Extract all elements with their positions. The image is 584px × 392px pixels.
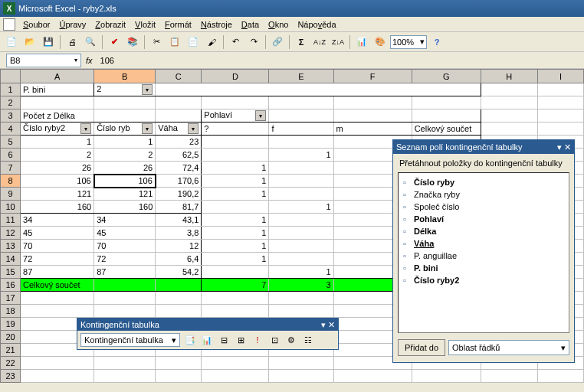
menu-okno[interactable]: Okno (264, 18, 293, 31)
print-icon[interactable]: 🖨 (64, 34, 80, 51)
col-G[interactable]: G (412, 70, 481, 83)
help-icon[interactable]: ? (428, 34, 445, 51)
field-list-title: Seznam polí kontingenční tabulky (396, 142, 523, 152)
drawing-icon[interactable]: 🎨 (372, 34, 389, 51)
menu-nastroje[interactable]: Nástroje (196, 18, 237, 31)
close-icon[interactable]: ✕ (328, 320, 335, 329)
undo-icon[interactable]: ↶ (227, 34, 244, 51)
cell-B8[interactable]: 106 (94, 175, 156, 188)
row-4[interactable]: 4 (1, 122, 21, 136)
field-item[interactable]: Délka (402, 225, 566, 237)
row-2[interactable]: 2 (1, 96, 21, 109)
filter-dropdown-icon[interactable]: ▾ (80, 123, 91, 134)
formula-value[interactable]: 106 (97, 56, 117, 65)
copy-icon[interactable]: 📋 (166, 34, 183, 51)
paste-icon[interactable]: 📄 (185, 34, 202, 51)
toolbar: 📄 📂 💾 🖨 🔍 ✔ 📚 ✂ 📋 📄 🖌 ↶ ↷ 🔗 Σ A↓Z Z↓A 📊 … (0, 32, 584, 52)
pivot-field-list[interactable]: Seznam polí kontingenční tabulky▾ ✕ Přet… (392, 139, 575, 363)
col-I[interactable]: I (537, 70, 583, 83)
filter-dropdown-icon[interactable]: ▾ (142, 84, 153, 95)
cell-D3[interactable]: Pohlaví▾ (202, 109, 269, 122)
title-bar: X Microsoft Excel - ryby2.xls (0, 0, 584, 17)
menu-bar: Soubor Úpravy Zobrazit Vložit Formát Nás… (0, 17, 584, 32)
redo-icon[interactable]: ↷ (245, 34, 262, 51)
chart-wizard-icon[interactable]: 📊 (200, 333, 214, 347)
show-detail-icon[interactable]: ⊞ (234, 333, 248, 347)
new-icon[interactable]: 📄 (3, 34, 20, 51)
field-item[interactable]: Pohlaví (402, 213, 566, 225)
menu-upravy[interactable]: Úpravy (54, 18, 90, 31)
format-painter-icon[interactable]: 🖌 (203, 34, 220, 51)
pivot-toolbar-title: Kontingenční tabulka (80, 320, 159, 329)
add-to-button[interactable]: Přidat do (398, 339, 445, 356)
research-icon[interactable]: 📚 (124, 34, 141, 51)
show-field-list-icon[interactable]: ☷ (301, 333, 315, 347)
link-icon[interactable]: 🔗 (269, 34, 286, 51)
field-list-instructions: Přetáhnout položky do kontingenční tabul… (393, 154, 574, 172)
field-item[interactable]: Společ číslo (402, 201, 566, 213)
col-C[interactable]: C (156, 70, 202, 83)
col-D[interactable]: D (202, 70, 269, 83)
col-A[interactable]: A (21, 70, 94, 83)
col-F[interactable]: F (333, 70, 412, 83)
field-item[interactable]: P. bini (402, 262, 566, 274)
filter-dropdown-icon[interactable]: ▾ (142, 123, 153, 134)
field-items: Číslo ryby Značka ryby Společ číslo Pohl… (398, 172, 569, 333)
refresh-icon[interactable]: ! (251, 333, 264, 347)
field-item[interactable]: Váha (402, 237, 566, 250)
menu-vlozit[interactable]: Vložit (130, 18, 160, 31)
filter-dropdown-icon[interactable]: ▾ (255, 110, 266, 121)
app-title: Microsoft Excel - ryby2.xls (18, 4, 116, 13)
select-all[interactable] (1, 70, 21, 83)
menu-napoveda[interactable]: Nápověda (293, 18, 340, 31)
sort-desc-icon[interactable]: Z↓A (330, 34, 346, 51)
fx-icon[interactable]: fx (86, 56, 93, 65)
cell-A1[interactable]: P. bini (21, 83, 94, 96)
menu-format[interactable]: Formát (160, 18, 196, 31)
field-item[interactable]: Značka ryby (402, 188, 566, 201)
col-B[interactable]: B (94, 70, 156, 83)
formula-bar: B8▾ fx 106 (0, 52, 584, 69)
menu-zobrazit[interactable]: Zobrazit (90, 18, 130, 31)
cell-B1[interactable]: 2▾ (94, 83, 156, 96)
hide-detail-icon[interactable]: ⊟ (217, 333, 231, 347)
cut-icon[interactable]: ✂ (148, 34, 165, 51)
menu-data[interactable]: Data (237, 18, 264, 31)
col-E[interactable]: E (269, 70, 333, 83)
zoom-combo[interactable]: 100%▾ (390, 35, 427, 49)
close-icon[interactable]: ▾ ✕ (557, 142, 571, 152)
pivot-menu-combo[interactable]: Kontingenční tabulka▾ (80, 333, 180, 347)
field-settings-icon[interactable]: ⚙ (284, 333, 298, 347)
row-1[interactable]: 1 (1, 83, 21, 96)
name-box[interactable]: B8▾ (6, 54, 81, 67)
preview-icon[interactable]: 🔍 (82, 34, 99, 51)
spell-icon[interactable]: ✔ (106, 34, 123, 51)
include-hidden-icon[interactable]: ⊡ (267, 333, 281, 347)
chart-icon[interactable]: 📊 (353, 34, 370, 51)
excel-icon: X (3, 2, 15, 15)
cell-A3[interactable]: Počet z Délka (21, 109, 94, 122)
col-H[interactable]: H (481, 70, 537, 83)
filter-dropdown-icon[interactable]: ▾ (188, 123, 198, 134)
autosum-icon[interactable]: Σ (293, 34, 310, 51)
area-combo[interactable]: Oblast řádků▾ (448, 340, 569, 355)
menu-soubor[interactable]: Soubor (18, 18, 54, 31)
row-3[interactable]: 3 (1, 109, 21, 122)
pivot-toolbar[interactable]: Kontingenční tabulka▾ ✕ Kontingenční tab… (77, 318, 339, 350)
field-item[interactable]: Číslo ryby2 (402, 274, 566, 286)
format-report-icon[interactable]: 📑 (183, 333, 197, 347)
sort-asc-icon[interactable]: A↓Z (311, 34, 328, 51)
open-icon[interactable]: 📂 (21, 34, 38, 51)
field-item[interactable]: P. anguillae (402, 250, 566, 262)
doc-icon (3, 18, 15, 31)
toolbar-options-icon[interactable]: ▾ (321, 320, 326, 329)
field-item[interactable]: Číslo ryby (402, 176, 566, 188)
save-icon[interactable]: 💾 (40, 34, 57, 51)
